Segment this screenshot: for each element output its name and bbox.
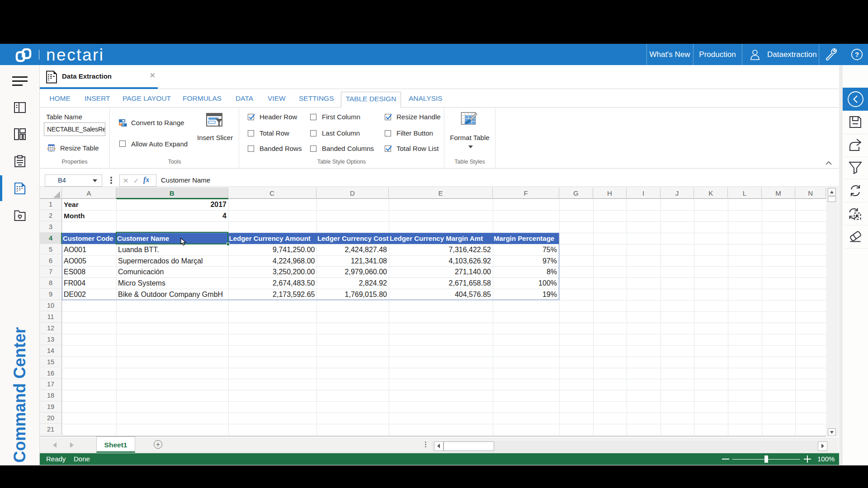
svg-text:?: ?	[855, 51, 859, 58]
